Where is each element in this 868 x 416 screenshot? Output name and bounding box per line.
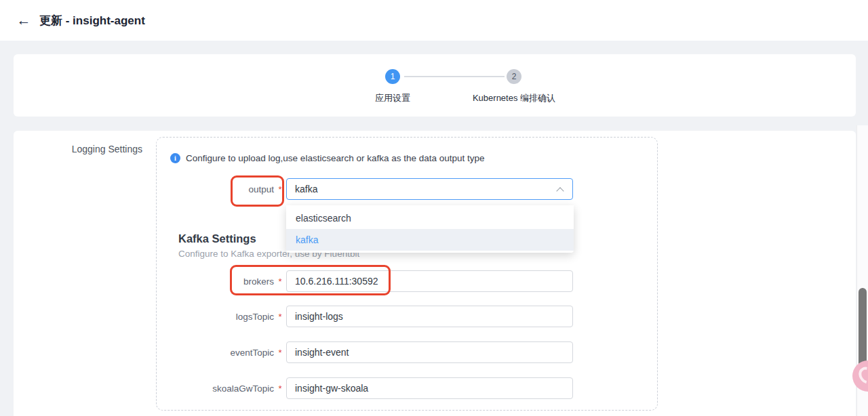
brokers-input[interactable] [286, 270, 573, 292]
required-asterisk: * [274, 184, 286, 194]
page-title: 更新 - insight-agent [39, 13, 145, 28]
logs-topic-label: logsTopic [156, 312, 274, 322]
brokers-label: brokers [156, 276, 274, 287]
logs-topic-row: logsTopic * [156, 306, 658, 327]
step-1-label: 应用设置 [338, 92, 447, 104]
step-1-circle: 1 [385, 69, 400, 84]
dropdown-option-elasticsearch[interactable]: elasticsearch [286, 207, 574, 229]
required-asterisk: * [274, 383, 286, 394]
output-select-value: kafka [295, 184, 317, 194]
output-row: output * kafka [156, 178, 658, 200]
skoala-gw-topic-row: skoalaGwTopic * [156, 377, 658, 399]
skoala-gw-topic-input[interactable] [286, 377, 573, 399]
required-asterisk: * [274, 312, 286, 322]
floating-widget-icon [856, 364, 868, 387]
info-text: Configure to upload log,use elasticsearc… [186, 153, 485, 163]
event-topic-label: eventTopic [156, 348, 274, 358]
dropdown-option-kafka[interactable]: kafka [286, 229, 574, 251]
output-label: output [156, 184, 274, 194]
step-connector [404, 76, 505, 77]
back-button[interactable]: ← [12, 9, 35, 32]
info-icon: i [170, 153, 180, 163]
required-asterisk: * [274, 276, 286, 287]
brokers-row: brokers * [156, 270, 658, 292]
scrollbar-thumb[interactable] [859, 288, 867, 369]
event-topic-input[interactable] [286, 341, 573, 363]
event-topic-row: eventTopic * [156, 341, 658, 363]
stepper-card: 1 2 应用设置 Kubernetes 编排确认 [14, 54, 856, 117]
required-asterisk: * [274, 348, 286, 358]
kafka-settings-title: Kafka Settings [178, 232, 256, 245]
output-select[interactable]: kafka [286, 178, 573, 200]
logging-settings-label: Logging Settings [0, 144, 142, 154]
logs-topic-input[interactable] [286, 306, 573, 327]
info-row: i Configure to upload log,use elasticsea… [170, 153, 485, 163]
chevron-up-icon [556, 187, 564, 194]
step-2-label: Kubernetes 编排确认 [439, 92, 589, 104]
step-2-circle: 2 [507, 69, 521, 84]
output-dropdown: elasticsearch kafka [286, 205, 574, 253]
page-header: ← 更新 - insight-agent [0, 0, 868, 41]
skoala-gw-topic-label: skoalaGwTopic [156, 383, 274, 394]
